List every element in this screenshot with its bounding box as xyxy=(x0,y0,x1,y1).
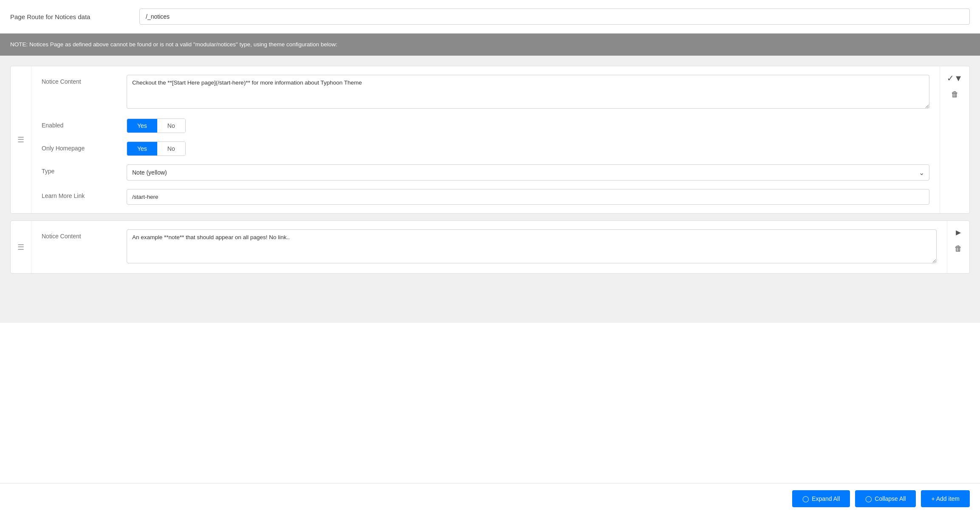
enabled-yes-btn-1[interactable]: Yes xyxy=(127,119,157,133)
enabled-label-1: Enabled xyxy=(42,119,127,129)
enabled-no-btn-1[interactable]: No xyxy=(157,119,185,133)
notice-content-row-2: Notice Content An example **note** that … xyxy=(42,229,937,265)
notice-content-control-1: Checkout the **[Start Here page](/start-… xyxy=(127,75,929,110)
page-wrapper: Page Route for Notices data NOTE: Notice… xyxy=(0,0,980,514)
item-1-actions: ✓▼ 🗑 xyxy=(940,66,969,213)
drag-icon-2: ☰ xyxy=(17,243,24,252)
item-1-fields: Notice Content Checkout the **[Start Her… xyxy=(31,66,940,213)
notice-content-textarea-2[interactable]: An example **note** that should appear o… xyxy=(127,229,937,263)
only-homepage-yes-btn-1[interactable]: Yes xyxy=(127,142,157,155)
drag-handle-1[interactable]: ☰ xyxy=(11,66,31,213)
learn-more-label-1: Learn More Link xyxy=(42,189,127,199)
delete-btn-2[interactable]: 🗑 xyxy=(953,243,964,255)
expand-all-icon: ◯ xyxy=(802,495,809,502)
learn-more-input-1[interactable] xyxy=(127,189,929,205)
bottom-bar: ◯ Expand All ◯ Collapse All + Add item xyxy=(0,483,980,514)
item-card-1-inner: ☰ Notice Content Checkout the **[Start H… xyxy=(11,66,969,213)
notice-content-label-1: Notice Content xyxy=(42,75,127,85)
trash-icon-2: 🗑 xyxy=(955,244,962,253)
expand-all-button[interactable]: ◯ Expand All xyxy=(792,490,850,507)
item-2-actions: ► 🗑 xyxy=(947,221,969,273)
type-row-1: Type Note (yellow) Warning (red) Info (b… xyxy=(42,164,929,181)
only-homepage-toggle-1: Yes No xyxy=(127,141,186,156)
content-area: ☰ Notice Content Checkout the **[Start H… xyxy=(0,56,980,323)
item-card-1: ☰ Notice Content Checkout the **[Start H… xyxy=(10,66,970,214)
page-route-input[interactable] xyxy=(139,8,970,25)
type-control-1: Note (yellow) Warning (red) Info (blue) … xyxy=(127,164,929,181)
collapse-all-button[interactable]: ◯ Collapse All xyxy=(855,490,916,507)
enabled-toggle-1: Yes No xyxy=(127,119,186,133)
chevron-down-icon-1: ✓▼ xyxy=(947,73,963,83)
chevron-right-icon-2: ► xyxy=(954,228,963,237)
add-item-button[interactable]: + Add item xyxy=(921,490,970,507)
trash-icon-1: 🗑 xyxy=(951,90,959,99)
only-homepage-label-1: Only Homepage xyxy=(42,141,127,152)
item-2-fields: Notice Content An example **note** that … xyxy=(31,221,947,273)
notice-content-label-2: Notice Content xyxy=(42,229,127,240)
notice-content-control-2: An example **note** that should appear o… xyxy=(127,229,937,265)
expand-btn-2[interactable]: ► xyxy=(952,226,964,239)
collapse-all-icon: ◯ xyxy=(865,495,872,502)
drag-icon-1: ☰ xyxy=(17,135,24,144)
enabled-control-1: Yes No xyxy=(127,119,929,133)
learn-more-control-1 xyxy=(127,189,929,205)
notice-content-textarea-1[interactable]: Checkout the **[Start Here page](/start-… xyxy=(127,75,929,109)
only-homepage-control-1: Yes No xyxy=(127,141,929,156)
item-card-2-inner: ☰ Notice Content An example **note** tha… xyxy=(11,221,969,273)
only-homepage-no-btn-1[interactable]: No xyxy=(157,142,185,155)
type-label-1: Type xyxy=(42,164,127,175)
only-homepage-row-1: Only Homepage Yes No xyxy=(42,141,929,156)
enabled-row-1: Enabled Yes No xyxy=(42,119,929,133)
notice-content-row-1: Notice Content Checkout the **[Start Her… xyxy=(42,75,929,110)
drag-handle-2[interactable]: ☰ xyxy=(11,221,31,273)
learn-more-row-1: Learn More Link xyxy=(42,189,929,205)
type-select-1[interactable]: Note (yellow) Warning (red) Info (blue) … xyxy=(127,164,929,181)
page-route-label: Page Route for Notices data xyxy=(10,13,129,20)
item-card-2: ☰ Notice Content An example **note** tha… xyxy=(10,220,970,274)
delete-btn-1[interactable]: 🗑 xyxy=(949,88,960,101)
collapse-btn-1[interactable]: ✓▼ xyxy=(945,71,964,85)
note-banner: NOTE: Notices Page as defined above cann… xyxy=(0,34,980,56)
top-row: Page Route for Notices data xyxy=(0,0,980,34)
